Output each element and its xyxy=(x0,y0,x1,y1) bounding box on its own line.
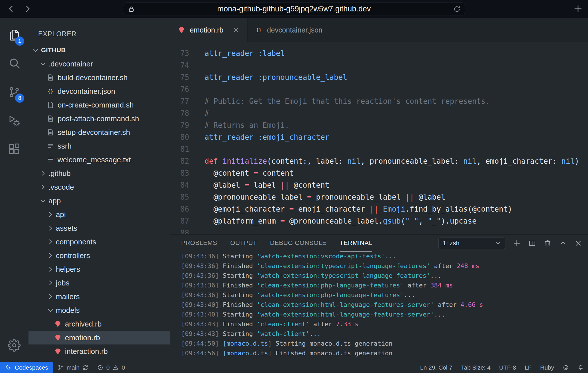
panel-tab-terminal[interactable]: TERMINAL xyxy=(340,235,372,252)
chevron-icon xyxy=(47,279,54,287)
folder-github[interactable]: GITHUB xyxy=(28,43,170,57)
folder-mailers[interactable]: mailers xyxy=(28,290,170,303)
folder-app[interactable]: app xyxy=(28,194,170,208)
scm-icon[interactable]: 8 xyxy=(5,83,23,101)
file-on-create-command-sh[interactable]: on-create-command.sh xyxy=(28,98,170,112)
git-branch-icon xyxy=(58,364,64,371)
code-line[interactable]: 84 @label = label || @content xyxy=(170,179,588,191)
files-icon[interactable]: 1 xyxy=(5,26,23,44)
line-number: 78 xyxy=(170,107,189,119)
file-devcontainer-json[interactable]: {} devcontainer.json xyxy=(28,84,170,98)
terminal-output[interactable]: [09:43:36] Starting 'watch-extension:vsc… xyxy=(170,252,588,362)
activity-bar: 1 8 xyxy=(0,18,28,362)
settings-gear-icon[interactable] xyxy=(5,336,23,354)
debug-icon[interactable] xyxy=(5,112,23,129)
editor-tab-bar: emotion.rb {} devcontainer.json xyxy=(170,18,588,42)
file-build-devcontainer-sh[interactable]: build-devcontainer.sh xyxy=(28,71,170,84)
file-welcome-message-txt[interactable]: welcome_message.txt xyxy=(28,153,170,167)
address-bar[interactable]: mona-github-github-g59jpq2w5w7.github.de… xyxy=(123,3,465,15)
code-line[interactable]: 81 xyxy=(170,143,588,155)
tab-devcontainer-json[interactable]: {} devcontainer.json xyxy=(248,18,330,42)
line-number: 82 xyxy=(170,155,189,167)
kill-terminal-button[interactable] xyxy=(544,239,552,247)
chevron-icon xyxy=(47,238,54,246)
cursor-position[interactable]: Ln 29, Col 7 xyxy=(416,362,457,373)
terminal-selector[interactable]: 1: zsh xyxy=(438,238,505,249)
remote-icon xyxy=(5,364,11,371)
close-panel-button[interactable] xyxy=(574,239,582,247)
panel-tab-problems[interactable]: PROBLEMS xyxy=(181,235,217,252)
code-line[interactable]: 76 xyxy=(170,83,588,95)
new-tab-button[interactable] xyxy=(573,4,583,14)
code-line[interactable]: 75 attr_reader :pronounceable_label xyxy=(170,71,588,83)
line-number: 84 xyxy=(170,179,189,191)
folder-devcontainer[interactable]: .devcontainer xyxy=(28,57,170,71)
code-line[interactable]: 86 @emoji_character = emoji_character ||… xyxy=(170,203,588,215)
folder-jobs[interactable]: jobs xyxy=(28,276,170,290)
folder-github[interactable]: .github xyxy=(28,167,170,180)
folder-helpers[interactable]: helpers xyxy=(28,262,170,276)
folder-controllers[interactable]: controllers xyxy=(28,249,170,262)
extensions-icon[interactable] xyxy=(5,140,23,158)
forward-button[interactable] xyxy=(23,5,32,13)
code-line[interactable]: 82 def initialize(content:, label: nil, … xyxy=(170,155,588,167)
folder-api[interactable]: api xyxy=(28,208,170,221)
new-terminal-button[interactable] xyxy=(513,239,521,247)
problems-status[interactable]: 0 0 xyxy=(93,362,129,373)
code-line[interactable]: 74 xyxy=(170,59,588,71)
code-line[interactable]: 77 # Public: Get the Emoji that this rea… xyxy=(170,95,588,107)
tree-item-label: .devcontainer xyxy=(48,60,93,68)
maximize-panel-button[interactable] xyxy=(559,239,567,247)
eol-indicator[interactable]: LF xyxy=(520,362,536,373)
file-type-icon xyxy=(47,101,54,109)
folder-vscode[interactable]: .vscode xyxy=(28,180,170,194)
close-icon[interactable] xyxy=(232,26,240,34)
encoding-indicator[interactable]: UTF-8 xyxy=(495,362,520,373)
line-number: 76 xyxy=(170,83,189,95)
file-emotion-rb[interactable]: emotion.rb xyxy=(28,331,170,344)
file-post-attach-command-sh[interactable]: post-attach-command.sh xyxy=(28,112,170,125)
codespaces-window: mona-github-github-g59jpq2w5w7.github.de… xyxy=(0,0,588,373)
code-editor[interactable]: 73 attr_reader :label 74 75 attr_reader … xyxy=(170,42,588,234)
feedback-smiley-icon[interactable] xyxy=(558,362,573,373)
notifications-bell-icon[interactable] xyxy=(573,362,588,373)
folder-components[interactable]: components xyxy=(28,235,170,249)
code-line[interactable]: 79 # Returns an Emoji. xyxy=(170,119,588,131)
badge: 8 xyxy=(15,94,24,103)
terminal-line: [09:43:36] Starting 'watch-extension:vsc… xyxy=(181,252,588,261)
back-button[interactable] xyxy=(7,5,15,13)
file-archived-rb[interactable]: archived.rb xyxy=(28,317,170,331)
chevron-icon xyxy=(47,252,54,259)
terminal-line: [09:43:36] Finished 'clean-extension:php… xyxy=(181,281,588,290)
split-terminal-button[interactable] xyxy=(528,239,536,247)
code-line[interactable]: 80 attr_reader :emoji_character xyxy=(170,131,588,143)
sidebar-title: EXPLORER xyxy=(28,18,170,43)
panel-tab-output[interactable]: OUTPUT xyxy=(230,235,257,252)
folder-models[interactable]: models xyxy=(28,303,170,317)
file-interaction-rb[interactable]: interaction.rb xyxy=(28,344,170,358)
code-line[interactable]: 88 xyxy=(170,227,588,234)
tab-emotion-rb[interactable]: emotion.rb xyxy=(170,18,248,42)
activity-icon xyxy=(8,114,21,127)
codespaces-status[interactable]: Codespaces xyxy=(0,362,53,373)
language-indicator[interactable]: Ruby xyxy=(536,362,558,373)
code-text: # xyxy=(189,107,209,119)
code-line[interactable]: 85 @pronounceable_label = pronounceable_… xyxy=(170,191,588,203)
code-line[interactable]: 78 # xyxy=(170,107,588,119)
panel-tab-debug-console[interactable]: DEBUG CONSOLE xyxy=(270,235,326,252)
terminal-line: [09:43:36] Starting 'watch-extension:typ… xyxy=(181,271,588,281)
code-line[interactable]: 73 attr_reader :label xyxy=(170,47,588,59)
code-line[interactable]: 83 @content = content xyxy=(170,167,588,179)
search-icon[interactable] xyxy=(5,55,23,72)
file-setup-devcontainer-sh[interactable]: setup-devcontainer.sh xyxy=(28,125,170,139)
folder-assets[interactable]: assets xyxy=(28,221,170,235)
tree-item-label: welcome_message.txt xyxy=(58,155,131,164)
chevron-icon xyxy=(47,293,54,300)
refresh-icon[interactable] xyxy=(453,5,461,13)
branch-status[interactable]: main xyxy=(53,362,93,373)
activity-icon xyxy=(8,143,21,156)
file-ssrh[interactable]: ssrh xyxy=(28,139,170,153)
chevron-icon xyxy=(47,265,54,273)
tab-size-indicator[interactable]: Tab Size: 4 xyxy=(457,362,495,373)
code-line[interactable]: 87 @platform_enum = @pronounceable_label… xyxy=(170,215,588,227)
